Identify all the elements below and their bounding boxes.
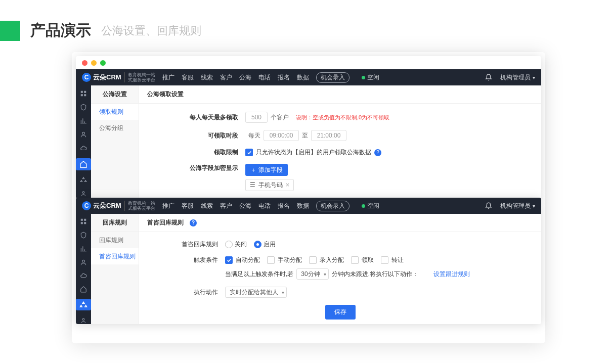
content-title: 首咨回库规则 ? (139, 214, 541, 232)
add-field-button[interactable]: ＋添加字段 (245, 164, 288, 176)
rail-grid-icon[interactable] (79, 218, 88, 225)
label-daily-max: 每人每天最多领取 (139, 113, 245, 122)
rail-chart-icon[interactable] (79, 117, 88, 124)
checkbox-enabled-only[interactable] (245, 149, 253, 156)
nav-shuju[interactable]: 数据 (297, 202, 309, 210)
close-dot[interactable] (82, 60, 88, 66)
nav-baoming[interactable]: 报名 (278, 73, 290, 82)
rail-recycle-icon[interactable] (76, 299, 91, 310)
mac-titlebar (76, 56, 541, 69)
chk-transfer[interactable]: 转让 (381, 256, 404, 264)
chk-input[interactable]: 录入分配 (309, 256, 344, 264)
rail-grid-icon[interactable] (79, 89, 88, 97)
side-item-groups[interactable]: 公海分组 (91, 120, 139, 136)
save-button[interactable]: 保存 (325, 305, 356, 320)
label-time-range: 可领取时段 (139, 131, 245, 140)
user-menu[interactable]: 机构管理员 ▾ (500, 73, 535, 82)
slide-title: 产品演示 (30, 20, 91, 41)
nav-xiansuo[interactable]: 线索 (201, 73, 213, 82)
svg-rect-1 (84, 90, 86, 93)
chevron-down-icon: ▾ (533, 203, 535, 209)
window-gonghai-settings: C 云朵CRM 教育机构一站式服务云平台 推广 客服 线索 客户 公海 电话 报… (76, 56, 541, 198)
user-label: 机构管理员 (500, 73, 531, 82)
nav-tuiguang[interactable]: 推广 (162, 73, 174, 82)
side-item-claim-rules[interactable]: 领取规则 (91, 104, 139, 120)
top-navbar-2: C 云朵CRM 教育机构一站式服务云平台 推广 客服 线索 客户 公海 电话 报… (76, 198, 541, 214)
minimize-dot[interactable] (91, 60, 97, 66)
svg-point-4 (82, 132, 85, 134)
content-area: 首咨回库规则 ? 首咨回库规则 关闭 启用 触发条件 自动分配 手动分配 录入分… (139, 214, 541, 324)
icon-rail (76, 214, 91, 324)
input-time-end[interactable] (311, 130, 346, 141)
side-item-return-rules[interactable]: 回库规则 (91, 232, 139, 248)
rail-cloud-icon[interactable] (79, 272, 88, 280)
nav-shuju[interactable]: 数据 (297, 73, 309, 82)
nav-baoming[interactable]: 报名 (278, 202, 290, 210)
help-icon[interactable]: ? (374, 149, 381, 156)
svg-point-10 (82, 260, 85, 262)
brand-name: 云朵CRM (93, 201, 121, 210)
radio-off[interactable]: 关闭 (225, 240, 247, 249)
nav-gonghai[interactable]: 公海 (239, 202, 251, 210)
rail-person-icon[interactable] (79, 190, 88, 198)
select-action[interactable]: 实时分配给其他人 (225, 287, 287, 298)
rail-user-icon[interactable] (79, 131, 88, 139)
rail-chart-icon[interactable] (79, 245, 88, 252)
help-icon[interactable]: ? (190, 219, 197, 226)
chip-phone: ☰手机号码× (245, 179, 294, 191)
nav-dianhua[interactable]: 电话 (258, 73, 271, 82)
input-time-start[interactable] (264, 130, 299, 141)
chk-auto[interactable]: 自动分配 (225, 256, 260, 264)
nav-xiansuo[interactable]: 线索 (201, 202, 213, 210)
nav-gonghai[interactable]: 公海 (239, 73, 251, 82)
nav-kehu[interactable]: 客户 (220, 73, 232, 82)
chevron-down-icon: ▾ (533, 75, 535, 80)
accent-block (0, 21, 20, 41)
nav-record-button[interactable]: 机会录入 (316, 201, 349, 211)
side-item-first-consult[interactable]: 首咨回库规则 (91, 248, 139, 264)
icon-rail (76, 85, 91, 198)
label-trigger: 触发条件 (139, 256, 225, 264)
window-return-rules: C 云朵CRM 教育机构一站式服务云平台 推广 客服 线索 客户 公海 电话 报… (76, 198, 541, 324)
nav-dianhua[interactable]: 电话 (258, 202, 271, 210)
rail-shield-icon[interactable] (79, 103, 88, 111)
checkbox-label-enabled-only: 只允许状态为【启用】的用户领取公海数据 (256, 148, 371, 157)
svg-point-5 (82, 192, 84, 194)
link-set-followup[interactable]: 设置跟进规则 (433, 270, 470, 279)
bell-icon[interactable] (485, 74, 492, 81)
rail-pool-icon[interactable] (76, 158, 91, 170)
status-text: 空闲 (367, 202, 379, 210)
select-duration[interactable]: 30分钟 (296, 268, 328, 280)
chk-claim[interactable]: 领取 (351, 256, 374, 264)
radio-on[interactable]: 启用 (254, 240, 276, 249)
rail-pool-icon[interactable] (79, 286, 88, 293)
rail-user-icon[interactable] (79, 258, 88, 266)
zoom-dot[interactable] (100, 60, 106, 66)
input-daily-max[interactable] (245, 112, 268, 123)
label-action: 执行动作 (139, 288, 225, 297)
chk-manual[interactable]: 手动分配 (267, 256, 302, 264)
nav-tuiguang[interactable]: 推广 (162, 202, 174, 210)
content-title: 公海领取设置 (139, 85, 541, 104)
nav-items: 推广 客服 线索 客户 公海 电话 报名 数据 (162, 202, 309, 210)
nav-kefu[interactable]: 客服 (182, 73, 194, 82)
nav-kefu[interactable]: 客服 (182, 202, 194, 210)
svg-rect-6 (81, 219, 83, 221)
rail-cloud-icon[interactable] (79, 145, 88, 152)
label-encrypt: 公海字段加密显示 (139, 164, 245, 172)
brand-icon: C (82, 73, 91, 82)
daily-prefix: 每天 (248, 131, 260, 140)
brand-tagline: 教育机构一站式服务云平台 (124, 72, 155, 82)
rail-person-icon[interactable] (79, 316, 88, 324)
bell-icon[interactable] (485, 202, 492, 209)
unit-customers: 个客户 (271, 113, 289, 122)
user-menu[interactable]: 机构管理员 ▾ (500, 202, 535, 210)
rail-recycle-icon[interactable] (79, 176, 88, 184)
list-icon: ☰ (250, 181, 255, 189)
label-rule: 首咨回库规则 (139, 240, 225, 249)
nav-kehu[interactable]: 客户 (220, 202, 232, 210)
svg-rect-3 (84, 94, 86, 96)
nav-record-button[interactable]: 机会录入 (316, 72, 349, 83)
rail-shield-icon[interactable] (79, 232, 88, 239)
chip-remove-icon[interactable]: × (286, 181, 289, 189)
